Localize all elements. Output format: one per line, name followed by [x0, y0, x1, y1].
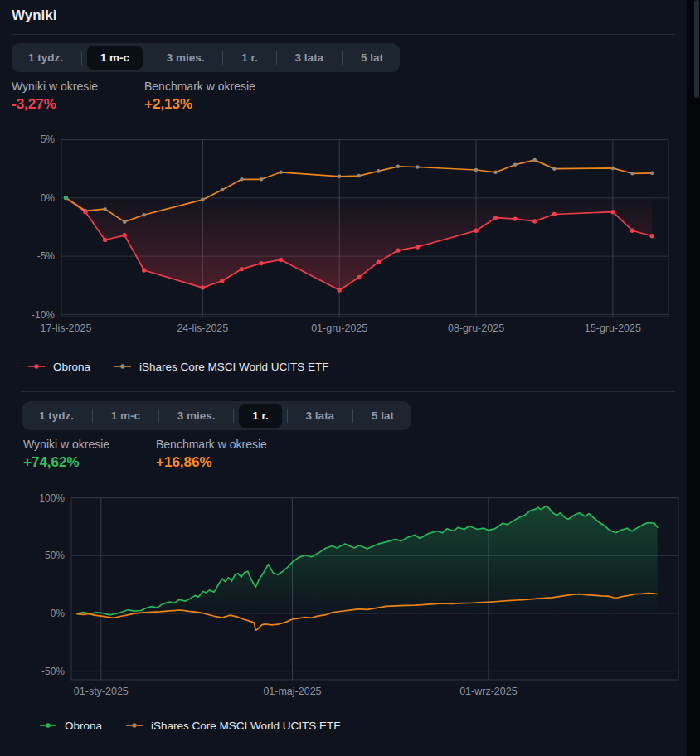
data-point-marker — [513, 216, 517, 220]
data-point-marker — [220, 279, 224, 283]
y-axis-tick: 100% — [39, 492, 65, 504]
data-point-marker — [259, 261, 263, 265]
x-axis-tick: 08-gru-2025 — [448, 322, 504, 334]
tab-separator — [233, 410, 234, 423]
tab-3-mies[interactable]: 3 mies. — [164, 404, 229, 428]
period-tabs-1y: 1 tydz.1 m-c3 mies.1 r.3 lata5 lat — [22, 401, 411, 430]
data-point-marker — [532, 158, 537, 162]
y-axis-tick: -10% — [32, 309, 55, 321]
data-point-marker — [611, 167, 615, 171]
data-point-marker — [279, 171, 283, 175]
scrollbar-thumb[interactable] — [694, 0, 699, 98]
tab-1-m-c[interactable]: 1 m-c — [87, 46, 143, 70]
x-axis-tick: 15-gru-2025 — [585, 322, 641, 334]
data-point-marker — [396, 165, 401, 169]
legend-item: Obrona — [39, 720, 102, 732]
x-axis-tick: 01-gru-2025 — [311, 322, 367, 334]
data-point-marker — [64, 196, 68, 200]
data-point-marker — [513, 162, 518, 167]
tab-1-m-c[interactable]: 1 m-c — [98, 404, 153, 428]
performance-chart-1m[interactable]: 5%0%-5%-10%17-lis-202524-lis-202501-gru-… — [0, 124, 687, 344]
x-axis-tick: 01-sty-2025 — [74, 686, 129, 697]
series-line-dot-icon — [39, 721, 57, 729]
series-line-dot-icon — [114, 362, 132, 371]
stat-label: Wyniki w okresie — [12, 79, 144, 94]
legend-label: iShares Core MSCI World UCITS ETF — [139, 361, 329, 373]
series-area-fill — [77, 506, 658, 615]
y-axis-tick: 50% — [45, 550, 65, 561]
stat-label: Benchmark w okresie — [144, 79, 277, 94]
tab-separator — [92, 410, 93, 423]
tab-1-r[interactable]: 1 r. — [228, 46, 271, 70]
tab-3-lata[interactable]: 3 lata — [282, 46, 338, 70]
data-point-marker — [123, 233, 127, 237]
data-point-marker — [552, 167, 557, 171]
data-point-marker — [377, 260, 381, 264]
tab-1-tydz[interactable]: 1 tydz. — [26, 404, 87, 428]
scrollbar[interactable] — [687, 0, 700, 756]
results-page: Wyniki 1 tydz.1 m-c3 mies.1 r.3 lata5 la… — [0, 0, 700, 756]
data-point-marker — [221, 188, 225, 192]
stat-label: Benchmark w okresie — [156, 437, 289, 453]
chart-legend-1m: ObronaiShares Core MSCI World UCITS ETF — [27, 359, 329, 374]
page-title: Wyniki — [12, 7, 56, 24]
tab-separator — [222, 51, 223, 65]
data-point-marker — [610, 210, 615, 214]
y-axis-tick: -5% — [37, 250, 56, 262]
data-point-marker — [552, 212, 557, 216]
y-axis-tick: 0% — [41, 192, 56, 204]
legend-item: iShares Core MSCI World UCITS ETF — [114, 361, 329, 373]
x-axis-tick: 01-wrz-2025 — [459, 686, 518, 697]
stats-row-1y: Wyniki w okresie+74,62%Benchmark w okres… — [23, 437, 289, 472]
legend-label: Obrona — [53, 361, 90, 373]
data-point-marker — [240, 177, 244, 182]
data-point-marker — [377, 169, 381, 173]
tab-5-lat[interactable]: 5 lat — [358, 404, 407, 428]
tab-5-lat[interactable]: 5 lat — [348, 46, 396, 70]
period-result-stat: Wyniki w okresie-3,27% — [12, 79, 144, 114]
period-result-stat: Wyniki w okresie+74,62% — [23, 437, 156, 472]
tab-separator — [81, 51, 82, 65]
stat-value: -3,27% — [12, 95, 144, 114]
y-axis-tick: 0% — [51, 608, 66, 619]
stat-value: +16,86% — [156, 453, 289, 472]
data-point-marker — [649, 234, 654, 238]
data-point-marker — [240, 267, 244, 271]
stat-label: Wyniki w okresie — [23, 437, 156, 453]
data-point-marker — [493, 216, 498, 220]
period-tabs-1m: 1 tydz.1 m-c3 mies.1 r.3 lata5 lat — [12, 43, 400, 72]
tab-separator — [342, 51, 343, 65]
data-point-marker — [357, 275, 361, 279]
tab-separator — [148, 51, 148, 65]
tab-separator — [276, 51, 277, 65]
data-point-marker — [338, 175, 342, 179]
tab-1-tydz[interactable]: 1 tydz. — [15, 46, 76, 70]
data-point-marker — [83, 210, 87, 214]
tab-3-mies[interactable]: 3 mies. — [153, 46, 218, 70]
tab-separator — [287, 410, 288, 423]
data-point-marker — [279, 258, 283, 262]
data-point-marker — [474, 229, 478, 233]
data-point-marker — [630, 229, 634, 233]
x-axis-tick: 01-maj-2025 — [263, 686, 321, 697]
legend-label: iShares Core MSCI World UCITS ETF — [151, 720, 341, 732]
legend-item: Obrona — [27, 361, 90, 373]
data-point-marker — [416, 245, 420, 249]
data-point-marker — [142, 268, 146, 272]
section-divider — [21, 391, 675, 392]
x-axis-tick: 24-lis-2025 — [177, 322, 228, 334]
performance-chart-1y[interactable]: 100%50%0%-50%01-sty-202501-maj-202501-wr… — [0, 482, 687, 700]
data-point-marker — [474, 168, 479, 172]
data-point-marker — [357, 174, 362, 178]
data-point-marker — [338, 288, 342, 292]
data-point-marker — [260, 177, 264, 182]
data-point-marker — [650, 172, 654, 176]
y-axis-tick: 5% — [41, 133, 56, 145]
tab-1-r[interactable]: 1 r. — [239, 404, 282, 428]
x-axis-tick: 17-lis-2025 — [41, 322, 92, 334]
stats-row-1m: Wyniki w okresie-3,27%Benchmark w okresi… — [12, 79, 277, 114]
data-point-marker — [630, 172, 634, 176]
data-point-marker — [142, 213, 146, 217]
tab-3-lata[interactable]: 3 lata — [293, 404, 348, 428]
tab-separator — [352, 410, 353, 423]
